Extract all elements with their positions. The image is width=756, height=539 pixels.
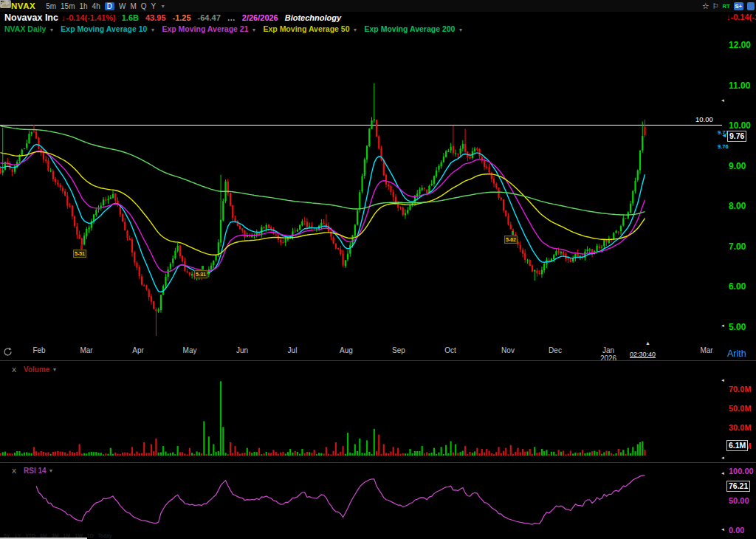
candlestick-chart[interactable] — [0, 34, 756, 340]
timeframe-Y[interactable]: Y — [151, 2, 157, 10]
company-name: Novavax Inc — [4, 13, 58, 23]
month-label: Nov — [493, 346, 523, 354]
indicator-item-4[interactable]: Exp Moving Average 200▼ — [365, 24, 466, 33]
month-label: Dec — [540, 346, 570, 354]
ema-10-line — [1, 144, 645, 292]
pane-divider[interactable] — [0, 360, 756, 361]
indicator-caret-icon[interactable]: ▼ — [353, 27, 358, 32]
volume-chart[interactable] — [0, 362, 756, 462]
indicator-caret-icon[interactable]: ▼ — [252, 27, 257, 32]
quote-stat-0: 1.6B — [122, 13, 139, 22]
main-toolbar: + NVAX 5m15m1h4hDWMQY ▼ TC + ☆ ⚐ RT S+ — [0, 0, 756, 12]
flag-icon[interactable]: ⚐ — [712, 2, 719, 10]
trading-app-window: { "toolbar": { "add_label": "+", "symbol… — [0, 0, 756, 539]
ema-21-line — [1, 151, 645, 272]
quote-stat-1: 43.95 — [145, 13, 166, 22]
month-label: Aug — [331, 346, 361, 354]
time-axis: ▲ 02:30:40 Arith FebMarAprMayJunJulAugSe… — [0, 340, 756, 360]
indicator-label: Exp Moving Average 200 — [365, 24, 456, 33]
indicator-item-3[interactable]: Exp Moving Average 50▼ — [263, 24, 360, 33]
quote-bar: Novavax Inc ↓ -0.14(-1.41%) 1.6B43.95-1.… — [0, 12, 756, 24]
timeframe-W[interactable]: W — [119, 2, 126, 10]
favorite-star-icon[interactable]: ☆ — [702, 1, 709, 11]
down-arrow-icon: ↓ — [61, 13, 66, 22]
month-label: Jun — [227, 346, 257, 354]
indicator-label: Exp Moving Average 50 — [263, 24, 349, 33]
month-label: Oct — [436, 346, 465, 354]
period-button-1d[interactable]: 1D — [87, 533, 94, 538]
clipped-edge-icon[interactable] — [747, 2, 755, 10]
timeframe-M[interactable]: M — [130, 2, 136, 10]
toolbar-right-group: ☆ ⚐ RT S+ — [701, 1, 755, 11]
ema-200-line — [1, 126, 645, 216]
indicator-caret-icon[interactable]: ▼ — [49, 27, 54, 32]
indicator-item-0[interactable]: NVAX Daily▼ — [4, 24, 56, 33]
period-button-today[interactable]: Today — [98, 533, 112, 538]
timeframe-D[interactable]: D — [105, 2, 114, 10]
indicator-label: Exp Moving Average 21 — [162, 24, 248, 33]
timeframe-15m[interactable]: 15m — [61, 2, 75, 10]
quote-stat-4: … — [227, 13, 236, 22]
month-label: Sep — [384, 346, 413, 354]
quote-stat-2: -1.25 — [173, 13, 191, 22]
indicator-caret-icon[interactable]: ▼ — [458, 27, 463, 32]
rsi-line — [36, 476, 645, 524]
volume-pane[interactable]: X Volume ▼ — [0, 362, 756, 462]
scale-type-label[interactable]: Arith — [727, 349, 746, 359]
quote-stat-6: Biotechnology — [285, 13, 341, 22]
clipped-change-readout: ↓-0.14(-1.41%) — [726, 13, 756, 21]
timeframe-4h[interactable]: 4h — [92, 2, 100, 10]
month-label: Mar — [72, 346, 101, 354]
month-label: Apr — [123, 346, 153, 354]
month-label: Feb — [24, 346, 54, 354]
rsi-pane[interactable]: X RSI 14 ▼ 5Y1YYTD6M3M1M1W1DToday — [0, 463, 756, 539]
indicator-label: Exp Moving Average 10 — [61, 24, 147, 33]
indicator-item-1[interactable]: Exp Moving Average 10▼ — [61, 24, 157, 33]
splus-icon[interactable]: S+ — [734, 2, 743, 10]
symbol-label[interactable]: NVAX — [11, 1, 35, 10]
quote-stat-3: -64.47 — [198, 13, 221, 22]
timeframe-1h[interactable]: 1h — [79, 2, 87, 10]
indicator-item-2[interactable]: Exp Moving Average 21▼ — [162, 24, 258, 33]
indicator-label: NVAX Daily — [4, 24, 46, 33]
indicator-bar: NVAX Daily▼Exp Moving Average 10▼Exp Mov… — [0, 24, 756, 34]
timer-pointer-icon: ▲ — [645, 340, 650, 346]
month-label: May — [175, 346, 205, 354]
timeframe-caret-icon[interactable]: ▼ — [160, 4, 165, 9]
rsi-chart[interactable] — [0, 463, 756, 539]
price-pane[interactable] — [0, 34, 756, 340]
month-label: Jul — [278, 346, 307, 354]
timeframe-5m[interactable]: 5m — [46, 2, 56, 10]
timeframe-Q[interactable]: Q — [141, 2, 147, 10]
price-change: -0.14(-1.41%) — [66, 13, 115, 22]
quote-stat-5: 2/26/2026 — [242, 13, 278, 22]
quote-stats: 1.6B43.95-1.25-64.47…2/26/2026Biotechnol… — [122, 13, 348, 22]
realtime-badge: RT — [723, 3, 730, 10]
timeframe-group: 5m15m1h4hDWMQY — [44, 2, 158, 10]
month-label: Mar — [692, 346, 721, 354]
candle-countdown: 02:30:40 — [630, 351, 656, 358]
indicator-caret-icon[interactable]: ▼ — [150, 27, 155, 32]
